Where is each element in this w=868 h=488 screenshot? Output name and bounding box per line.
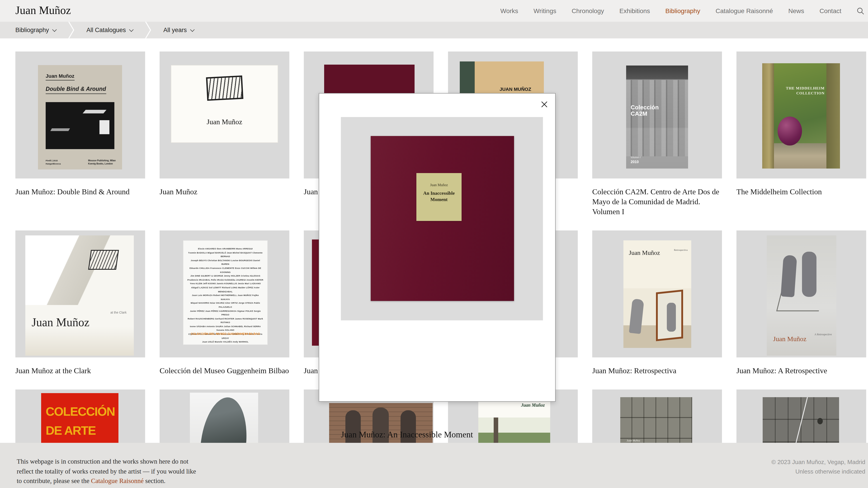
filter-section-dropdown[interactable]: Bibliography bbox=[16, 22, 56, 38]
nav-chronology[interactable]: Chronology bbox=[572, 7, 604, 14]
footer-notice-line2: reflect the totality of works created by… bbox=[17, 466, 196, 476]
book-thumbnail: Juan Muñoz bbox=[160, 52, 289, 178]
search-icon[interactable] bbox=[857, 7, 864, 15]
cover-title: COLECCIÓN DEL MUSEO GUGGENHEIM BILBAO bbox=[184, 332, 267, 335]
cover-subtitle: Retrospectiva bbox=[674, 249, 688, 251]
book-tile-middelheim[interactable]: THE MIDDELHEIM COLLECTION The Middelheim… bbox=[737, 52, 866, 217]
book-caption: Colección CA2M. Centro de Arte Dos de Ma… bbox=[592, 187, 722, 217]
book-thumbnail: Juan Muñoz Retrospectiva bbox=[592, 230, 722, 357]
site-logo[interactable]: Juan Muñoz bbox=[16, 4, 71, 17]
nav-exhibitions[interactable]: Exhibitions bbox=[619, 7, 650, 14]
filter-section-label: Bibliography bbox=[16, 27, 49, 33]
cover-photo bbox=[762, 63, 774, 168]
book-tile-a-retrospective[interactable]: A Retrospective Juan Muñoz Juan Muñoz: A… bbox=[737, 230, 866, 376]
cover-photo bbox=[827, 63, 840, 168]
nav-catalogue-raisonne[interactable]: Catalogue Raisonné bbox=[716, 7, 773, 14]
modal-title: Juan Muñoz: An Inaccessible Moment bbox=[341, 430, 473, 440]
nav-writings[interactable]: Writings bbox=[533, 7, 556, 14]
book-cover-art: Elssie ANSAREO Ibon ARANBERRI Manu ARREG… bbox=[183, 240, 268, 345]
book-tile-juan-munoz[interactable]: Juan Muñoz Juan Muñoz bbox=[160, 52, 289, 217]
cover-subtitle: A Retrospective bbox=[814, 333, 832, 336]
book-cover-art: Juan Muñoz Double Bind & Around Pirelli … bbox=[38, 65, 122, 169]
chevron-down-icon bbox=[190, 27, 195, 32]
cover-title: An Inaccessible Moment bbox=[416, 190, 462, 203]
main-nav: Works Writings Chronology Exhibitions Bi… bbox=[500, 0, 865, 22]
cover-title: Juan Muñoz bbox=[629, 250, 660, 257]
book-caption: The Middelheim Collection bbox=[737, 187, 866, 197]
copyright-line: © 2023 Juan Muñoz, Vegap, Madrid bbox=[772, 457, 865, 467]
cover-photo bbox=[46, 102, 114, 149]
book-thumbnail: Colección CA2M Volumen I 2010 bbox=[592, 52, 722, 178]
cover-photo bbox=[817, 418, 823, 424]
footer-notice: This webpage is in construction and the … bbox=[17, 457, 196, 486]
book-detail-modal: Juan Muñoz An Inaccessible Moment Juan M… bbox=[319, 93, 556, 402]
filter-years-label: All years bbox=[163, 27, 187, 33]
page: Juan Muñoz Works Writings Chronology Exh… bbox=[0, 0, 868, 488]
book-thumbnail: THE MIDDELHEIM COLLECTION bbox=[737, 52, 866, 178]
book-cover-art: THE MIDDELHEIM COLLECTION bbox=[762, 63, 840, 168]
filter-bar: Bibliography All Catalogues All years bbox=[0, 22, 868, 38]
cover-title: Juan Muñoz bbox=[171, 118, 278, 126]
cover-subtitle: at the Clark bbox=[110, 311, 127, 314]
page-footer: This webpage is in construction and the … bbox=[0, 443, 868, 488]
book-cover-art: A Retrospective Juan Muñoz bbox=[767, 235, 836, 356]
book-tile-ca2m[interactable]: Colección CA2M Volumen I 2010 Colección … bbox=[592, 52, 722, 217]
cover-artist: Juan Muñoz bbox=[46, 73, 74, 80]
book-tile-double-bind[interactable]: Juan Muñoz Double Bind & Around Pirelli … bbox=[16, 52, 145, 217]
footer-notice-line1: This webpage is in construction and the … bbox=[17, 457, 196, 466]
cover-photo bbox=[623, 288, 691, 348]
book-thumbnail: A Retrospective Juan Muñoz bbox=[737, 230, 866, 357]
modal-book-image: Juan Muñoz An Inaccessible Moment bbox=[341, 117, 543, 320]
book-thumbnail: at the Clark Juan Muñoz bbox=[16, 230, 145, 357]
catalogue-raisonne-link[interactable]: Catalogue Raisonné bbox=[91, 477, 144, 484]
book-caption: Juan Muñoz at the Clark bbox=[16, 366, 145, 376]
cover-title: JUAN MUÑOZ bbox=[500, 86, 531, 92]
cover-title: THE MIDDELHEIM COLLECTION bbox=[786, 86, 825, 96]
cover-publisher: Pirelli | 2015 HangarBicocca bbox=[46, 160, 61, 165]
book-caption: Juan Muñoz: A Retrospective bbox=[737, 366, 866, 376]
cover-photo bbox=[88, 250, 119, 270]
book-caption: Juan Muñoz: Double Bind & Around bbox=[16, 187, 145, 197]
filter-catalogues-label: All Catalogues bbox=[87, 27, 126, 33]
cover-artist: Juan Muñoz bbox=[416, 183, 462, 187]
footer-notice-line3: to contribute, please see the Catalogue … bbox=[17, 476, 196, 486]
nav-works[interactable]: Works bbox=[500, 7, 518, 14]
book-cover-art: Juan Muñoz bbox=[171, 65, 278, 143]
book-thumbnail: Juan Muñoz Double Bind & Around Pirelli … bbox=[16, 52, 145, 178]
book-cover-art: Colección CA2M Volumen I 2010 bbox=[626, 66, 688, 168]
book-caption: Colección del Museo Guggenheim Bilbao bbox=[160, 366, 289, 376]
book-tile-clark[interactable]: at the Clark Juan Muñoz Juan Muñoz at th… bbox=[16, 230, 145, 376]
modal-book-cover-label: Juan Muñoz An Inaccessible Moment bbox=[416, 173, 462, 221]
filter-catalogues-dropdown[interactable]: All Catalogues bbox=[87, 22, 133, 38]
cover-title: Juan Muñoz bbox=[32, 316, 90, 329]
cover-artist-names: Elssie ANSAREO Ibon ARANBERRI Manu ARREG… bbox=[187, 247, 264, 344]
book-cover-art: at the Clark Juan Muñoz bbox=[25, 235, 134, 356]
cover-volume: Volumen I bbox=[631, 156, 641, 159]
close-icon[interactable] bbox=[540, 100, 548, 108]
filter-years-dropdown[interactable]: All years bbox=[163, 22, 194, 38]
nav-bibliography[interactable]: Bibliography bbox=[665, 7, 700, 14]
modal-book-cover: Juan Muñoz An Inaccessible Moment bbox=[371, 136, 514, 301]
cover-title: Colección CA2M bbox=[631, 104, 659, 117]
cover-title: Juan Muñoz bbox=[521, 402, 545, 408]
cover-photo bbox=[781, 255, 797, 297]
breadcrumb-separator-icon bbox=[145, 22, 151, 38]
nav-contact[interactable]: Contact bbox=[819, 7, 842, 14]
cover-photo bbox=[25, 235, 134, 305]
cover-title: Juan Muñoz bbox=[773, 335, 807, 343]
footer-notice-text: section. bbox=[144, 477, 165, 484]
chevron-down-icon bbox=[53, 27, 57, 32]
top-navigation-bar: Juan Muñoz Works Writings Chronology Exh… bbox=[0, 0, 868, 22]
cover-title: Double Bind & Around bbox=[46, 86, 106, 94]
book-thumbnail: Elssie ANSAREO Ibon ARANBERRI Manu ARREG… bbox=[160, 230, 289, 357]
cover-photo bbox=[774, 143, 827, 168]
nav-news[interactable]: News bbox=[788, 7, 804, 14]
book-tile-guggenheim[interactable]: Elssie ANSAREO Ibon ARANBERRI Manu ARREG… bbox=[160, 230, 289, 376]
copyright-note: Unless otherwise indicated bbox=[772, 467, 865, 476]
cover-photo bbox=[802, 252, 816, 297]
cover-year: 2010 bbox=[631, 160, 639, 164]
footer-notice-text: to contribute, please see the bbox=[17, 477, 91, 484]
cover-photo bbox=[626, 80, 688, 156]
cover-photo bbox=[206, 75, 243, 101]
book-tile-retrospectiva[interactable]: Juan Muñoz Retrospectiva Juan Muñoz: Ret… bbox=[592, 230, 722, 376]
